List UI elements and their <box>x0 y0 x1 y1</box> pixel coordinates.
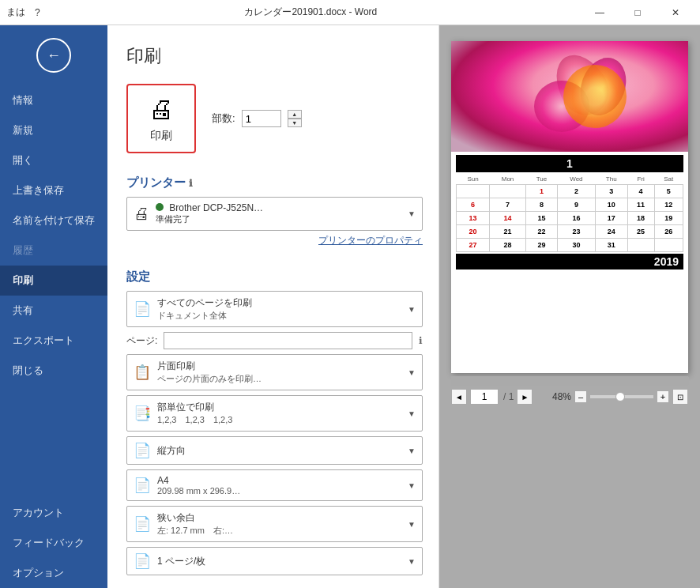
maximize-button[interactable]: □ <box>619 0 656 25</box>
page-input[interactable] <box>164 332 412 349</box>
cal-cell: 1 <box>525 185 557 198</box>
setting5-arrow: ▼ <box>408 481 416 490</box>
sidebar: ← 情報 新規 開く 上書き保存 名前を付けて保存 履歴 印刷 共有 エクスポー… <box>0 25 107 588</box>
zoom-fit-button[interactable]: ⊡ <box>672 389 688 405</box>
titlebar: まは ? カレンダー201901.docx - Word — □ ✕ <box>0 0 700 25</box>
cal-cell: 15 <box>525 212 557 225</box>
printer-status: 準備完了 <box>156 213 401 225</box>
sidebar-item-options[interactable]: オプション <box>0 558 107 588</box>
zoom-minus-button[interactable]: – <box>574 390 587 403</box>
setting-margins[interactable]: 📄 狭い余白 左: 12.7 mm 右:… ▼ <box>126 506 423 542</box>
next-page-button[interactable]: ► <box>517 389 533 405</box>
zoom-plus-button[interactable]: + <box>657 390 669 403</box>
pages-icon: 📄 <box>134 300 151 318</box>
copies-input[interactable] <box>242 110 281 127</box>
minimize-button[interactable]: — <box>581 0 618 25</box>
print-button[interactable]: 🖨 印刷 <box>126 84 196 153</box>
setting-margins-text: 狭い余白 左: 12.7 mm 右:… <box>157 511 401 537</box>
cal-cell: 4 <box>627 185 654 198</box>
cal-cell: 11 <box>627 198 654 212</box>
printer-dropdown-arrow: ▼ <box>408 209 416 218</box>
cal-cell: 12 <box>654 198 683 212</box>
cal-cell: 8 <box>525 198 557 212</box>
calendar-table: Sun Mon Tue Wed Thu Fri Sat 123456789101… <box>456 174 683 252</box>
copies-decrement[interactable]: ▼ <box>288 119 302 127</box>
col-sun: Sun <box>457 174 490 185</box>
preview-pane: 1 Sun Mon Tue Wed Thu Fri Sat <box>439 25 700 588</box>
setting7-arrow: ▼ <box>408 557 416 566</box>
copies-increment[interactable]: ▲ <box>288 110 302 119</box>
setting-pages-per-sheet[interactable]: 📄 1 ページ/枚 ▼ <box>126 547 423 575</box>
sidebar-item-info[interactable]: 情報 <box>0 85 107 115</box>
setting-pages-to-print[interactable]: 📄 すべてのページを印刷 ドキュメント全体 ▼ <box>126 291 423 327</box>
cal-cell <box>627 239 654 252</box>
sidebar-item-export[interactable]: エクスポート <box>0 326 107 356</box>
duplex-icon: 📋 <box>134 364 151 381</box>
cal-cell: 10 <box>595 198 627 212</box>
sidebar-item-print[interactable]: 印刷 <box>0 266 107 296</box>
cal-cell: 21 <box>490 225 526 239</box>
zoom-slider[interactable] <box>590 395 653 398</box>
page-row: ページ: ℹ <box>126 332 423 349</box>
cal-cell: 6 <box>457 198 490 212</box>
help-label[interactable]: まは <box>6 6 25 19</box>
printer-status-dot <box>156 203 164 211</box>
printer-properties-link[interactable]: プリンターのプロパティ <box>126 234 423 247</box>
flower-center <box>563 65 627 128</box>
setting-duplex[interactable]: 📋 片面印刷 ページの片面のみを印刷… ▼ <box>126 354 423 390</box>
settings-section-header: 設定 <box>126 270 423 285</box>
flower-image <box>451 41 688 152</box>
printer-name: Brother DCP-J525N… <box>156 202 401 213</box>
cal-cell: 23 <box>558 225 596 239</box>
col-thu: Thu <box>595 174 627 185</box>
titlebar-controls: — □ ✕ <box>581 0 694 25</box>
cal-cell: 3 <box>595 185 627 198</box>
sidebar-item-new[interactable]: 新規 <box>0 115 107 145</box>
close-button[interactable]: ✕ <box>657 0 694 25</box>
horizontal-scrollbar[interactable] <box>451 376 688 386</box>
cal-row: 6789101112 <box>457 198 683 212</box>
paper-icon: 📄 <box>134 477 151 494</box>
printer-dropdown[interactable]: 🖨 Brother DCP-J525N… 準備完了 ▼ <box>126 197 423 231</box>
zoom-slider-thumb[interactable] <box>615 392 625 401</box>
copies-row: 部数: ▲ ▼ <box>212 110 302 127</box>
print-panel: 印刷 🖨 印刷 部数: ▲ ▼ プリンター <box>107 25 439 588</box>
sidebar-item-share[interactable]: 共有 <box>0 296 107 326</box>
setting-orientation[interactable]: 📄 縦方向 ▼ <box>126 436 423 465</box>
print-top-row: 🖨 印刷 部数: ▲ ▼ <box>126 84 423 153</box>
sidebar-item-open[interactable]: 開く <box>0 145 107 175</box>
page-number-input[interactable] <box>470 389 499 405</box>
question-label[interactable]: ? <box>35 7 40 18</box>
titlebar-title: カレンダー201901.docx - Word <box>40 6 581 19</box>
printer-info-icon[interactable]: ℹ <box>189 178 193 189</box>
page-total: / 1 <box>503 391 514 402</box>
setting4-arrow: ▼ <box>408 447 416 455</box>
setting-pages-text: すべてのページを印刷 ドキュメント全体 <box>157 296 401 322</box>
setting-paper-size[interactable]: 📄 A4 209.98 mm x 296.9… ▼ <box>126 469 423 501</box>
setting-collate-text: 部単位で印刷 1,2,3 1,2,3 1,2,3 <box>157 401 401 426</box>
sidebar-item-feedback[interactable]: フィードバック <box>0 528 107 558</box>
sidebar-item-save-as[interactable]: 名前を付けて保存 <box>0 205 107 236</box>
app-body: ← 情報 新規 開く 上書き保存 名前を付けて保存 履歴 印刷 共有 エクスポー… <box>0 25 700 588</box>
cal-cell: 25 <box>627 225 654 239</box>
page-navigation: ◄ / 1 ► 48% – + ⊡ <box>451 389 688 405</box>
prev-page-button[interactable]: ◄ <box>451 389 467 405</box>
setting6-arrow: ▼ <box>408 520 416 529</box>
cal-cell: 14 <box>490 212 526 225</box>
calendar-wrapper: 1 Sun Mon Tue Wed Thu Fri Sat <box>451 152 688 373</box>
back-icon: ← <box>47 47 61 64</box>
cal-cell: 27 <box>457 239 490 252</box>
sidebar-item-save-overwrite[interactable]: 上書き保存 <box>0 175 107 205</box>
cal-row: 13141516171819 <box>457 212 683 225</box>
sidebar-item-account[interactable]: アカウント <box>0 498 107 528</box>
cal-cell: 29 <box>525 239 557 252</box>
setting-duplex-text: 片面印刷 ページの片面のみを印刷… <box>157 360 401 385</box>
cal-year-footer: 2019 <box>456 254 683 270</box>
setting-collate[interactable]: 📑 部単位で印刷 1,2,3 1,2,3 1,2,3 ▼ <box>126 395 423 432</box>
page-info-icon[interactable]: ℹ <box>419 335 423 346</box>
sidebar-item-close[interactable]: 閉じる <box>0 356 107 386</box>
printer-section: プリンター ℹ 🖨 Brother DCP-J525N… 準備完了 ▼ プリンタ… <box>126 166 423 254</box>
cal-cell: 26 <box>654 225 683 239</box>
setting-pps-text: 1 ページ/枚 <box>157 555 401 568</box>
back-button[interactable]: ← <box>36 38 71 73</box>
